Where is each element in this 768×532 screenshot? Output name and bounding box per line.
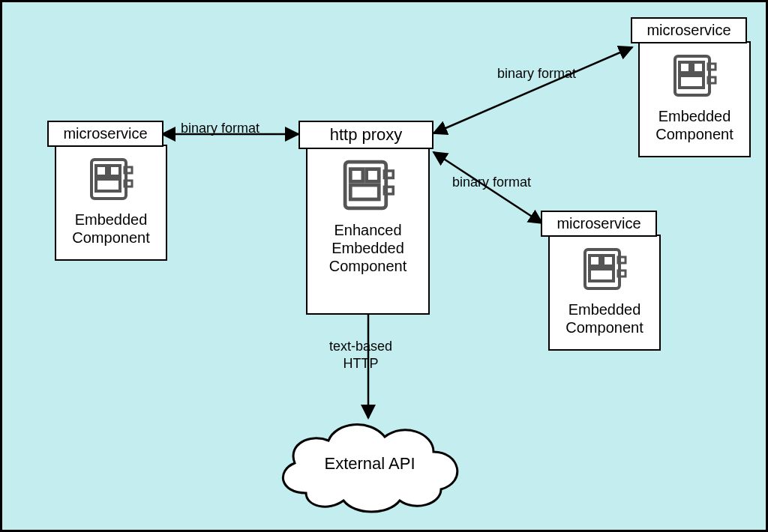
node-right-microservice: Embedded Component bbox=[548, 235, 661, 351]
svg-rect-15 bbox=[680, 76, 704, 88]
node-top-microservice: Embedded Component bbox=[638, 41, 751, 157]
svg-rect-17 bbox=[708, 77, 716, 83]
component-icon bbox=[87, 155, 135, 206]
component-icon bbox=[340, 157, 397, 217]
svg-rect-16 bbox=[708, 64, 716, 70]
svg-rect-7 bbox=[350, 169, 363, 182]
svg-rect-19 bbox=[590, 256, 600, 266]
svg-rect-1 bbox=[96, 166, 106, 176]
svg-rect-5 bbox=[124, 181, 132, 187]
svg-rect-21 bbox=[590, 269, 614, 281]
node-proxy: Enhanced Embedded Component bbox=[306, 146, 430, 315]
node-left-microservice: Embedded Component bbox=[55, 145, 167, 261]
component-label: Embedded Component bbox=[647, 107, 742, 143]
svg-rect-4 bbox=[124, 167, 132, 173]
edge-label-proxy-api: text-based HTTP bbox=[329, 338, 392, 372]
svg-rect-20 bbox=[603, 256, 614, 266]
svg-rect-22 bbox=[618, 257, 626, 263]
svg-rect-8 bbox=[366, 169, 379, 182]
node-title-proxy: http proxy bbox=[298, 121, 434, 149]
component-icon bbox=[580, 245, 628, 296]
edge-label-proxy-right: binary format bbox=[452, 175, 531, 190]
component-label: Enhanced Embedded Component bbox=[315, 221, 421, 275]
node-title-left-microservice: microservice bbox=[47, 121, 164, 147]
edge-label-left-proxy: binary format bbox=[181, 121, 260, 136]
svg-rect-23 bbox=[618, 270, 626, 276]
node-title-right-microservice: microservice bbox=[541, 211, 657, 237]
edge-proxy-top bbox=[434, 47, 632, 133]
component-label: Embedded Component bbox=[557, 300, 652, 336]
svg-rect-10 bbox=[384, 171, 393, 178]
node-external-api: External API bbox=[265, 411, 475, 519]
edge-label-proxy-top: binary format bbox=[497, 66, 576, 82]
svg-rect-11 bbox=[384, 187, 393, 194]
svg-rect-14 bbox=[693, 62, 704, 73]
svg-rect-3 bbox=[96, 179, 120, 191]
external-api-label: External API bbox=[265, 454, 475, 474]
node-title-top-microservice: microservice bbox=[631, 17, 747, 43]
svg-rect-2 bbox=[110, 166, 120, 176]
svg-rect-9 bbox=[350, 185, 379, 199]
svg-rect-13 bbox=[680, 62, 690, 73]
component-label: Embedded Component bbox=[64, 211, 158, 247]
diagram-canvas: binary format binary format binary forma… bbox=[0, 0, 768, 532]
component-icon bbox=[670, 52, 718, 103]
